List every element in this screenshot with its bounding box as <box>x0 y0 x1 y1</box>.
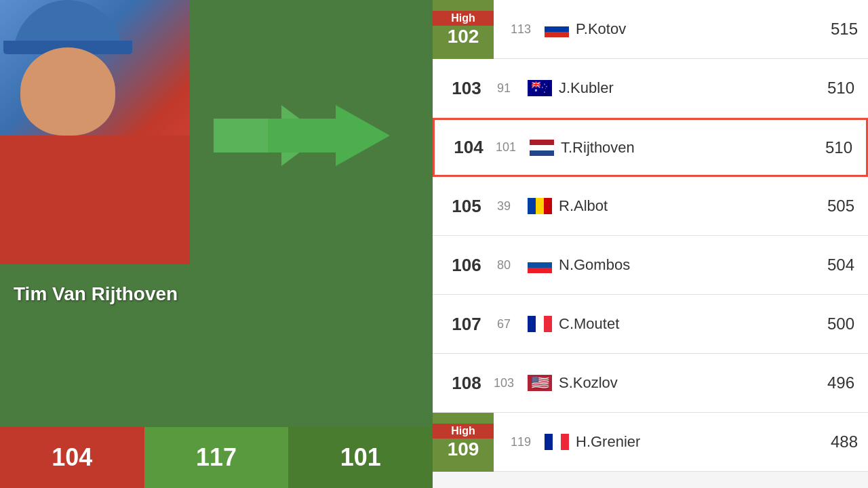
stat-value-prev: 101 <box>340 443 381 472</box>
high-number-109: 109 <box>448 439 479 460</box>
prev-rank-104: 101 <box>489 140 523 155</box>
points-103: 510 <box>814 79 854 98</box>
points-109: 488 <box>817 432 858 451</box>
stat-prev-rank: 101 <box>288 427 433 488</box>
ranking-row-109: High 109 119 H.Grenier 488 <box>433 413 868 472</box>
player-name-moutet: C.Moutet <box>559 315 814 333</box>
flag-usa-icon: 🇺🇸 <box>528 375 552 391</box>
left-panel: Tim Van Rijthoven 104 117 101 <box>0 0 433 488</box>
player-name-albot: R.Albot <box>559 197 814 215</box>
rank-105: 105 <box>446 196 487 217</box>
points-104: 510 <box>812 138 852 157</box>
rank-103: 103 <box>446 78 487 99</box>
flag-russia-icon <box>545 21 569 37</box>
prev-rank-108: 103 <box>487 376 521 390</box>
points-102: 515 <box>817 20 858 39</box>
face <box>20 47 115 136</box>
stat-current-rank: 104 <box>0 427 144 488</box>
shirt <box>0 136 190 264</box>
rank-108: 108 <box>446 373 487 394</box>
player-name-kozlov: S.Kozlov <box>559 374 814 392</box>
ranking-row-107: 107 67 C.Moutet 500 <box>433 295 868 354</box>
rank-107: 107 <box>446 314 487 335</box>
player-name-kubler: J.Kubler <box>559 79 814 97</box>
rank-106: 106 <box>446 255 487 276</box>
high-badge-109: High 109 <box>433 413 494 472</box>
flag-france-icon-grenier <box>545 434 569 450</box>
player-name-kotov: P.Kotov <box>576 20 817 38</box>
flag-australia-icon: 🇦🇺 <box>528 80 552 96</box>
arrow-container <box>210 102 393 169</box>
high-label: High <box>433 11 494 26</box>
player-name-rijthoven: T.Rijthoven <box>561 139 812 157</box>
ranking-row-104: 104 101 T.Rijthoven 510 <box>433 118 868 177</box>
rank-104: 104 <box>448 137 489 158</box>
player-name-gombos: N.Gombos <box>559 256 814 274</box>
player-name-grenier: H.Grenier <box>576 433 817 451</box>
flag-france-icon-moutet <box>528 316 552 332</box>
flag-netherlands-icon <box>530 140 554 156</box>
player-name: Tim Van Rijthoven <box>14 283 178 305</box>
prev-rank-107: 67 <box>487 317 521 331</box>
prev-rank-103: 91 <box>487 81 521 96</box>
prev-rank-102: 113 <box>504 22 538 37</box>
high-number-102: 102 <box>448 26 479 47</box>
prev-rank-106: 80 <box>487 258 521 272</box>
points-108: 496 <box>814 373 854 392</box>
ranking-row-105: 105 39 R.Albot 505 <box>433 177 868 236</box>
stat-value-high: 117 <box>196 443 237 472</box>
stat-value-rank: 104 <box>52 443 92 472</box>
right-panel: High 102 113 P.Kotov 515 103 91 🇦🇺 J.Kub… <box>433 0 868 488</box>
prev-rank-109: 119 <box>504 435 538 449</box>
points-106: 504 <box>814 256 854 274</box>
ranking-row-102: High 102 113 P.Kotov 515 <box>433 0 868 59</box>
prev-rank-105: 39 <box>487 199 521 214</box>
ranking-row-106: 106 80 N.Gombos 504 <box>433 236 868 295</box>
points-107: 500 <box>814 314 854 333</box>
player-photo <box>0 0 190 264</box>
high-label-109: High <box>433 424 494 439</box>
points-105: 505 <box>814 197 854 216</box>
flag-slovakia-icon <box>528 257 552 273</box>
stats-bar: 104 117 101 <box>0 427 433 488</box>
ranking-row-108: 108 103 🇺🇸 S.Kozlov 496 <box>433 354 868 413</box>
stat-high: 117 <box>144 427 289 488</box>
ranking-row-103: 103 91 🇦🇺 J.Kubler 510 <box>433 59 868 118</box>
flag-moldova-icon <box>528 198 552 214</box>
direction-arrow-icon <box>214 105 390 166</box>
high-badge-102: High 102 <box>433 0 494 59</box>
